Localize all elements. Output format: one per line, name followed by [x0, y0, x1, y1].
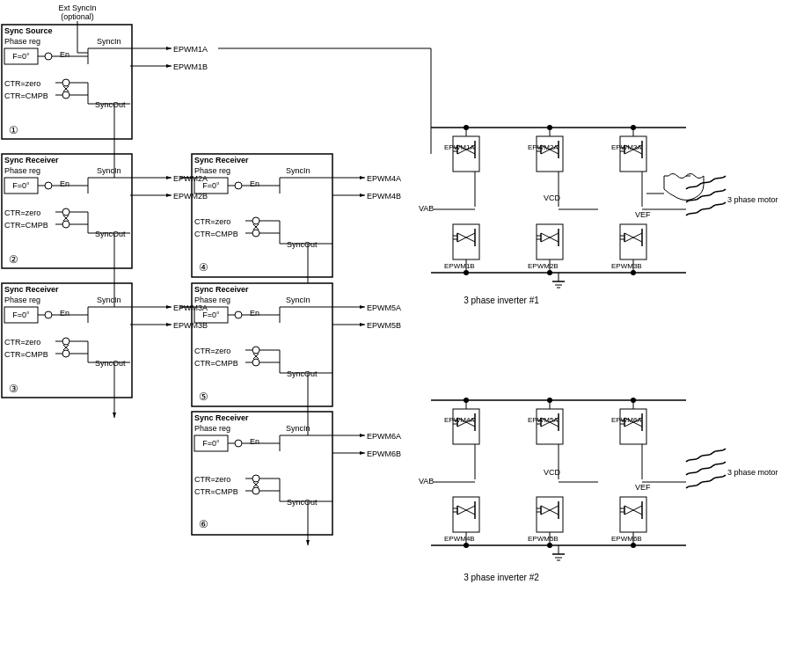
- svg-text:3 phase motor: 3 phase motor: [727, 195, 778, 204]
- svg-text:SyncIn: SyncIn: [97, 296, 121, 304]
- svg-text:Phase reg: Phase reg: [194, 166, 230, 175]
- svg-point-182: [252, 487, 259, 494]
- svg-point-139: [235, 311, 242, 318]
- svg-text:EPWM1A: EPWM1A: [173, 45, 208, 54]
- svg-point-53: [62, 221, 69, 228]
- svg-point-348: [631, 543, 636, 548]
- svg-text:EPWM6B: EPWM6B: [367, 449, 401, 458]
- svg-point-347: [547, 543, 552, 548]
- svg-text:CTR=CMPB: CTR=CMPB: [194, 359, 238, 368]
- svg-text:CTR=zero: CTR=zero: [194, 475, 230, 484]
- svg-point-118: [252, 230, 259, 237]
- svg-text:SyncIn: SyncIn: [97, 166, 121, 175]
- svg-text:VAB: VAB: [419, 204, 434, 213]
- optional-label: (optional): [61, 12, 94, 21]
- svg-point-85: [62, 350, 69, 357]
- svg-text:En: En: [60, 50, 69, 59]
- svg-text:EPWM3B: EPWM3B: [611, 262, 642, 270]
- svg-text:CTR=CMPB: CTR=CMPB: [4, 221, 48, 230]
- svg-text:F=0°: F=0°: [12, 181, 30, 190]
- svg-text:SyncOut: SyncOut: [287, 498, 318, 507]
- svg-text:SyncIn: SyncIn: [286, 296, 310, 304]
- svg-text:CTR=zero: CTR=zero: [4, 208, 40, 217]
- svg-text:SyncIn: SyncIn: [286, 424, 310, 433]
- svg-point-178: [252, 475, 259, 482]
- svg-text:VEF: VEF: [635, 210, 651, 219]
- svg-text:Phase reg: Phase reg: [4, 166, 40, 175]
- svg-text:CTR=CMPB: CTR=CMPB: [4, 350, 48, 359]
- svg-text:EPWM1B: EPWM1B: [444, 262, 475, 270]
- svg-text:EPWM5B: EPWM5B: [367, 321, 401, 330]
- svg-text:EPWM5B: EPWM5B: [528, 535, 559, 543]
- svg-text:F=0°: F=0°: [202, 310, 220, 319]
- svg-text:EPWM1B: EPWM1B: [173, 62, 208, 71]
- svg-point-17: [62, 79, 69, 86]
- svg-text:F=0°: F=0°: [202, 439, 220, 448]
- svg-point-200: [464, 125, 469, 130]
- svg-text:EPWM6A: EPWM6A: [367, 432, 401, 441]
- diagram: Ext SyncIn (optional) Sync Source Phase …: [0, 0, 796, 672]
- svg-text:EPWM4A: EPWM4A: [367, 174, 401, 183]
- svg-text:CTR=zero: CTR=zero: [4, 79, 40, 88]
- svg-text:②: ②: [9, 253, 18, 266]
- svg-text:En: En: [60, 309, 69, 318]
- svg-text:⑤: ⑤: [199, 391, 208, 403]
- svg-text:①: ①: [9, 124, 18, 136]
- svg-text:En: En: [250, 179, 259, 188]
- svg-text:SyncIn: SyncIn: [286, 166, 310, 175]
- svg-point-11: [45, 53, 52, 60]
- svg-text:SyncIn: SyncIn: [97, 37, 121, 46]
- svg-text:Sync Receiver: Sync Receiver: [194, 413, 249, 422]
- svg-text:③: ③: [9, 383, 18, 395]
- svg-text:3 phase inverter #1: 3 phase inverter #1: [464, 296, 539, 305]
- svg-text:Sync Source: Sync Source: [4, 26, 53, 35]
- svg-text:EPWM5A: EPWM5A: [367, 303, 401, 312]
- svg-point-146: [252, 347, 259, 354]
- ext-sync-label: Ext SyncIn: [58, 4, 96, 12]
- svg-text:Sync Receiver: Sync Receiver: [194, 156, 249, 164]
- svg-text:SyncOut: SyncOut: [287, 240, 318, 249]
- svg-text:CTR=zero: CTR=zero: [194, 347, 230, 355]
- svg-text:CTR=zero: CTR=zero: [4, 338, 40, 347]
- svg-text:Phase reg: Phase reg: [4, 37, 40, 46]
- svg-text:Phase reg: Phase reg: [194, 296, 230, 304]
- svg-point-107: [235, 182, 242, 189]
- svg-text:EPWM4B: EPWM4B: [367, 192, 401, 201]
- svg-point-171: [235, 440, 242, 447]
- svg-text:Phase reg: Phase reg: [4, 296, 40, 304]
- svg-text:④: ④: [199, 261, 208, 274]
- svg-point-280: [464, 398, 469, 403]
- svg-text:VAB: VAB: [419, 477, 434, 486]
- svg-point-81: [62, 338, 69, 345]
- svg-text:SyncOut: SyncOut: [95, 359, 126, 368]
- svg-text:En: En: [250, 309, 259, 318]
- svg-text:Phase reg: Phase reg: [194, 424, 230, 433]
- svg-text:3 phase inverter #2: 3 phase inverter #2: [464, 573, 539, 582]
- svg-text:CTR=zero: CTR=zero: [194, 217, 230, 226]
- svg-text:En: En: [250, 437, 259, 446]
- svg-point-42: [45, 182, 52, 189]
- svg-text:F=0°: F=0°: [12, 52, 30, 61]
- svg-text:EPWM2B: EPWM2B: [528, 262, 559, 270]
- svg-text:⑥: ⑥: [199, 518, 208, 530]
- svg-point-150: [252, 359, 259, 366]
- svg-text:3 phase motor: 3 phase motor: [727, 468, 778, 477]
- svg-point-114: [252, 217, 259, 224]
- svg-point-21: [62, 91, 69, 99]
- svg-point-269: [547, 270, 552, 275]
- svg-point-74: [45, 311, 52, 318]
- svg-text:EPWM4B: EPWM4B: [444, 535, 475, 543]
- svg-point-346: [464, 543, 469, 548]
- svg-text:VEF: VEF: [635, 483, 651, 492]
- svg-text:SyncOut: SyncOut: [287, 369, 318, 378]
- svg-point-49: [62, 208, 69, 215]
- svg-text:EPWM6B: EPWM6B: [611, 535, 642, 543]
- svg-point-282: [631, 398, 636, 403]
- svg-text:CTR=CMPB: CTR=CMPB: [194, 230, 238, 238]
- svg-text:F=0°: F=0°: [202, 181, 220, 190]
- svg-text:SyncOut: SyncOut: [95, 230, 126, 238]
- svg-text:SyncOut: SyncOut: [95, 100, 126, 109]
- svg-point-268: [464, 270, 469, 275]
- svg-point-201: [547, 125, 552, 130]
- svg-text:Sync Receiver: Sync Receiver: [4, 285, 59, 294]
